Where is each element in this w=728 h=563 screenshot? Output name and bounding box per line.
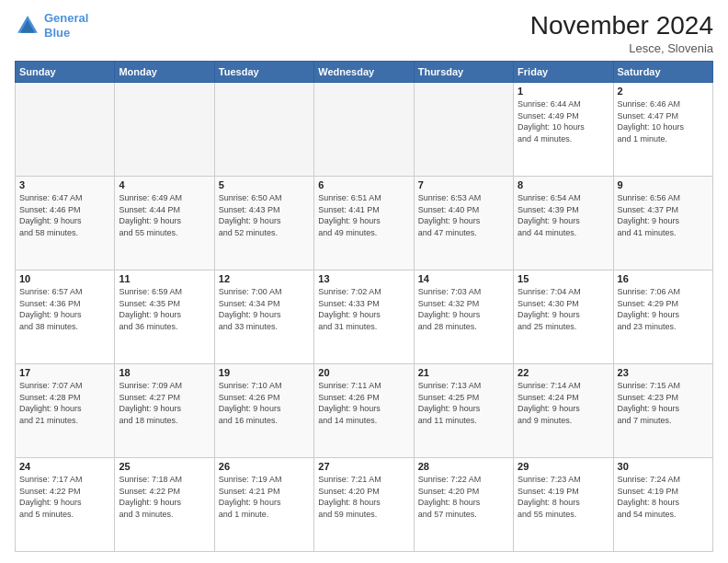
calendar-cell: 1Sunrise: 6:44 AM Sunset: 4:49 PM Daylig… xyxy=(514,83,613,177)
title-area: November 2024 Lesce, Slovenia xyxy=(530,11,713,55)
day-number: 7 xyxy=(418,179,509,190)
month-title: November 2024 xyxy=(530,11,713,40)
calendar-cell: 20Sunrise: 7:11 AM Sunset: 4:26 PM Dayli… xyxy=(314,364,414,458)
day-info: Sunrise: 6:47 AM Sunset: 4:46 PM Dayligh… xyxy=(19,192,110,238)
page: General Blue November 2024 Lesce, Sloven… xyxy=(0,0,728,563)
day-info: Sunrise: 7:09 AM Sunset: 4:27 PM Dayligh… xyxy=(119,380,210,426)
day-info: Sunrise: 6:59 AM Sunset: 4:35 PM Dayligh… xyxy=(119,286,210,332)
calendar-cell: 3Sunrise: 6:47 AM Sunset: 4:46 PM Daylig… xyxy=(16,177,115,270)
calendar-cell: 12Sunrise: 7:00 AM Sunset: 4:34 PM Dayli… xyxy=(214,270,313,364)
calendar-cell: 10Sunrise: 6:57 AM Sunset: 4:36 PM Dayli… xyxy=(16,270,115,364)
day-number: 21 xyxy=(418,367,509,378)
day-info: Sunrise: 6:56 AM Sunset: 4:37 PM Dayligh… xyxy=(618,192,709,238)
calendar-cell: 24Sunrise: 7:17 AM Sunset: 4:22 PM Dayli… xyxy=(16,458,115,552)
day-number: 10 xyxy=(19,273,110,284)
calendar-cell: 6Sunrise: 6:51 AM Sunset: 4:41 PM Daylig… xyxy=(314,177,414,270)
day-number: 2 xyxy=(618,86,709,97)
day-info: Sunrise: 6:51 AM Sunset: 4:41 PM Dayligh… xyxy=(318,192,409,238)
day-info: Sunrise: 7:18 AM Sunset: 4:22 PM Dayligh… xyxy=(119,474,210,520)
calendar-cell: 15Sunrise: 7:04 AM Sunset: 4:30 PM Dayli… xyxy=(514,270,613,364)
day-info: Sunrise: 7:02 AM Sunset: 4:33 PM Dayligh… xyxy=(318,286,409,332)
calendar-cell: 16Sunrise: 7:06 AM Sunset: 4:29 PM Dayli… xyxy=(613,270,712,364)
calendar-cell: 9Sunrise: 6:56 AM Sunset: 4:37 PM Daylig… xyxy=(613,177,712,270)
day-number: 23 xyxy=(618,367,709,378)
day-number: 4 xyxy=(119,179,210,190)
day-info: Sunrise: 6:49 AM Sunset: 4:44 PM Dayligh… xyxy=(119,192,210,238)
day-info: Sunrise: 7:19 AM Sunset: 4:21 PM Dayligh… xyxy=(219,474,310,520)
day-number: 15 xyxy=(518,273,609,284)
day-number: 6 xyxy=(318,179,409,190)
day-info: Sunrise: 6:54 AM Sunset: 4:39 PM Dayligh… xyxy=(518,192,609,238)
day-number: 1 xyxy=(518,86,609,97)
day-info: Sunrise: 6:57 AM Sunset: 4:36 PM Dayligh… xyxy=(19,286,110,332)
day-number: 8 xyxy=(518,179,609,190)
day-number: 9 xyxy=(618,179,709,190)
calendar-cell: 13Sunrise: 7:02 AM Sunset: 4:33 PM Dayli… xyxy=(314,270,414,364)
calendar-week-1: 1Sunrise: 6:44 AM Sunset: 4:49 PM Daylig… xyxy=(16,83,713,177)
weekday-header-monday: Monday xyxy=(115,62,214,83)
day-info: Sunrise: 7:15 AM Sunset: 4:23 PM Dayligh… xyxy=(618,380,709,426)
calendar-cell: 11Sunrise: 6:59 AM Sunset: 4:35 PM Dayli… xyxy=(115,270,214,364)
day-number: 20 xyxy=(318,367,409,378)
weekday-header-thursday: Thursday xyxy=(414,62,513,83)
day-number: 5 xyxy=(219,179,310,190)
weekday-header-tuesday: Tuesday xyxy=(214,62,313,83)
day-info: Sunrise: 7:23 AM Sunset: 4:19 PM Dayligh… xyxy=(518,474,609,520)
day-info: Sunrise: 7:00 AM Sunset: 4:34 PM Dayligh… xyxy=(219,286,310,332)
calendar-cell xyxy=(115,83,214,177)
calendar-cell: 14Sunrise: 7:03 AM Sunset: 4:32 PM Dayli… xyxy=(414,270,513,364)
calendar-cell: 8Sunrise: 6:54 AM Sunset: 4:39 PM Daylig… xyxy=(514,177,613,270)
calendar-cell: 29Sunrise: 7:23 AM Sunset: 4:19 PM Dayli… xyxy=(514,458,613,552)
calendar-cell: 25Sunrise: 7:18 AM Sunset: 4:22 PM Dayli… xyxy=(115,458,214,552)
weekday-header-wednesday: Wednesday xyxy=(314,62,414,83)
logo: General Blue xyxy=(15,11,88,40)
day-number: 26 xyxy=(219,461,310,472)
calendar-cell: 18Sunrise: 7:09 AM Sunset: 4:27 PM Dayli… xyxy=(115,364,214,458)
logo-icon xyxy=(15,13,40,39)
day-info: Sunrise: 6:44 AM Sunset: 4:49 PM Dayligh… xyxy=(518,98,609,144)
day-number: 27 xyxy=(318,461,409,472)
calendar-cell: 5Sunrise: 6:50 AM Sunset: 4:43 PM Daylig… xyxy=(214,177,313,270)
logo-line2: Blue xyxy=(44,26,70,40)
location: Lesce, Slovenia xyxy=(530,41,713,55)
day-info: Sunrise: 7:03 AM Sunset: 4:32 PM Dayligh… xyxy=(418,286,509,332)
calendar-cell: 27Sunrise: 7:21 AM Sunset: 4:20 PM Dayli… xyxy=(314,458,414,552)
day-number: 17 xyxy=(19,367,110,378)
calendar-cell: 2Sunrise: 6:46 AM Sunset: 4:47 PM Daylig… xyxy=(613,83,712,177)
calendar-cell: 4Sunrise: 6:49 AM Sunset: 4:44 PM Daylig… xyxy=(115,177,214,270)
calendar-cell: 23Sunrise: 7:15 AM Sunset: 4:23 PM Dayli… xyxy=(613,364,712,458)
calendar-week-3: 10Sunrise: 6:57 AM Sunset: 4:36 PM Dayli… xyxy=(16,270,713,364)
calendar-week-2: 3Sunrise: 6:47 AM Sunset: 4:46 PM Daylig… xyxy=(16,177,713,270)
calendar-cell xyxy=(214,83,313,177)
calendar-cell: 28Sunrise: 7:22 AM Sunset: 4:20 PM Dayli… xyxy=(414,458,513,552)
day-number: 24 xyxy=(19,461,110,472)
calendar-week-5: 24Sunrise: 7:17 AM Sunset: 4:22 PM Dayli… xyxy=(16,458,713,552)
day-info: Sunrise: 6:53 AM Sunset: 4:40 PM Dayligh… xyxy=(418,192,509,238)
day-number: 19 xyxy=(219,367,310,378)
day-number: 25 xyxy=(119,461,210,472)
day-info: Sunrise: 7:07 AM Sunset: 4:28 PM Dayligh… xyxy=(19,380,110,426)
calendar-body: 1Sunrise: 6:44 AM Sunset: 4:49 PM Daylig… xyxy=(16,83,713,552)
logo-text: General Blue xyxy=(44,11,88,40)
day-number: 13 xyxy=(318,273,409,284)
day-info: Sunrise: 7:17 AM Sunset: 4:22 PM Dayligh… xyxy=(19,474,110,520)
day-number: 16 xyxy=(618,273,709,284)
day-number: 22 xyxy=(518,367,609,378)
day-number: 14 xyxy=(418,273,509,284)
calendar-cell: 19Sunrise: 7:10 AM Sunset: 4:26 PM Dayli… xyxy=(214,364,313,458)
calendar-week-4: 17Sunrise: 7:07 AM Sunset: 4:28 PM Dayli… xyxy=(16,364,713,458)
day-number: 3 xyxy=(19,179,110,190)
weekday-row: SundayMondayTuesdayWednesdayThursdayFrid… xyxy=(16,62,713,83)
day-number: 18 xyxy=(119,367,210,378)
day-info: Sunrise: 7:10 AM Sunset: 4:26 PM Dayligh… xyxy=(219,380,310,426)
day-info: Sunrise: 6:50 AM Sunset: 4:43 PM Dayligh… xyxy=(219,192,310,238)
day-info: Sunrise: 7:14 AM Sunset: 4:24 PM Dayligh… xyxy=(518,380,609,426)
day-info: Sunrise: 7:04 AM Sunset: 4:30 PM Dayligh… xyxy=(518,286,609,332)
calendar-cell: 7Sunrise: 6:53 AM Sunset: 4:40 PM Daylig… xyxy=(414,177,513,270)
weekday-header-friday: Friday xyxy=(514,62,613,83)
day-info: Sunrise: 6:46 AM Sunset: 4:47 PM Dayligh… xyxy=(618,98,709,144)
day-info: Sunrise: 7:24 AM Sunset: 4:19 PM Dayligh… xyxy=(618,474,709,520)
calendar-table: SundayMondayTuesdayWednesdayThursdayFrid… xyxy=(15,61,713,552)
calendar-cell xyxy=(314,83,414,177)
day-number: 30 xyxy=(618,461,709,472)
